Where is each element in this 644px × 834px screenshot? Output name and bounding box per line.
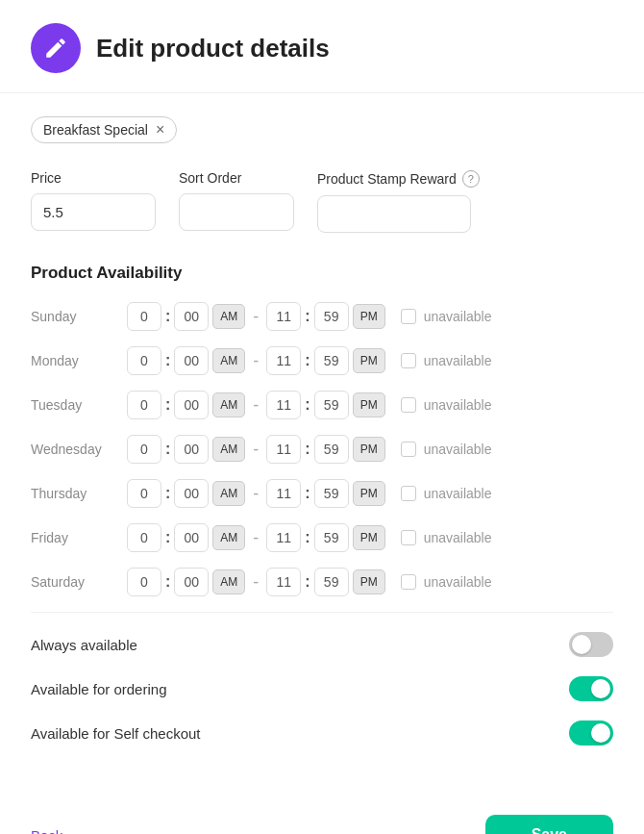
toggle-track-always-available [569,632,613,657]
start-am-button[interactable]: AM [212,481,245,506]
colon-separator: : [165,396,170,414]
start-minute-input[interactable] [174,302,209,331]
end-minute-input[interactable] [314,391,349,419]
unavailable-block: unavailable [401,530,492,545]
start-hour-input[interactable] [127,391,161,419]
toggle-track-available-self-checkout [569,720,613,746]
time-range-separator: - [253,528,259,548]
start-minute-input[interactable] [174,391,209,419]
day-name-tuesday: Tuesday [31,397,127,413]
unavailable-checkbox[interactable] [401,397,416,413]
toggle-track-available-ordering [569,676,613,701]
start-am-button[interactable]: AM [212,392,245,417]
unavailable-checkbox[interactable] [401,353,416,368]
start-hour-input[interactable] [127,568,161,596]
start-am-button[interactable]: AM [212,525,245,550]
start-time-block-monday: : AM [127,346,245,375]
start-hour-input[interactable] [127,479,161,508]
start-minute-input[interactable] [174,435,209,464]
end-hour-input[interactable] [266,523,301,552]
unavailable-checkbox[interactable] [401,574,416,590]
start-minute-input[interactable] [174,479,209,508]
fields-row: Price Sort Order Product Stamp Reward ? [31,170,613,233]
stamp-reward-help-icon[interactable]: ? [462,170,480,188]
unavailable-checkbox[interactable] [401,530,416,545]
colon-separator: : [305,308,310,325]
colon-separator: : [305,352,310,369]
unavailable-label: unavailable [424,530,492,545]
toggle-label-available-ordering: Available for ordering [31,681,166,697]
unavailable-checkbox[interactable] [401,442,416,457]
end-time-block-saturday: : PM [266,568,384,596]
end-pm-button[interactable]: PM [353,304,385,329]
price-input[interactable] [31,193,156,231]
page-title: Edit product details [96,34,330,63]
start-minute-input[interactable] [174,568,209,596]
stamp-reward-input[interactable] [317,195,471,233]
product-tag: Breakfast Special × [31,116,177,143]
save-button[interactable]: Save [485,815,613,834]
end-time-block-friday: : PM [266,523,384,552]
colon-separator: : [165,485,170,502]
end-pm-button[interactable]: PM [353,525,385,550]
end-hour-input[interactable] [266,479,301,508]
end-hour-input[interactable] [266,346,301,375]
price-label: Price [31,170,156,186]
toggle-switch-available-ordering[interactable] [569,676,613,701]
start-am-button[interactable]: AM [212,348,245,373]
end-minute-input[interactable] [314,346,349,375]
tag-close-button[interactable]: × [156,122,164,138]
end-pm-button[interactable]: PM [353,437,385,462]
end-hour-input[interactable] [266,391,301,419]
end-time-block-wednesday: : PM [266,435,384,464]
start-am-button[interactable]: AM [212,304,245,329]
price-field-group: Price [31,170,156,231]
back-button[interactable]: Back [31,818,62,835]
day-row: Friday : AM - : PM unavailable [31,523,613,552]
start-minute-input[interactable] [174,346,209,375]
end-pm-button[interactable]: PM [353,348,385,373]
start-am-button[interactable]: AM [212,437,245,462]
footer: Back Save [0,796,644,834]
sort-order-input[interactable] [179,193,294,231]
start-hour-input[interactable] [127,435,161,464]
toggle-switch-always-available[interactable] [569,632,613,657]
unavailable-label: unavailable [424,486,492,501]
start-time-block-sunday: : AM [127,302,245,331]
unavailable-label: unavailable [424,397,492,413]
end-minute-input[interactable] [314,302,349,331]
end-pm-button[interactable]: PM [353,481,385,506]
end-minute-input[interactable] [314,523,349,552]
end-minute-input[interactable] [314,568,349,596]
start-am-button[interactable]: AM [212,569,245,594]
end-hour-input[interactable] [266,302,301,331]
end-pm-button[interactable]: PM [353,569,385,594]
unavailable-checkbox[interactable] [401,309,416,324]
unavailable-checkbox[interactable] [401,486,416,501]
toggle-thumb-always-available [572,635,591,654]
end-minute-input[interactable] [314,479,349,508]
colon-separator: : [305,441,310,458]
content-area: Breakfast Special × Price Sort Order Pro… [0,93,644,788]
end-hour-input[interactable] [266,435,301,464]
end-minute-input[interactable] [314,435,349,464]
toggle-row-available-ordering: Available for ordering [31,676,613,701]
end-time-block-tuesday: : PM [266,391,384,419]
toggle-switch-available-self-checkout[interactable] [569,720,613,746]
sort-order-label: Sort Order [179,170,294,186]
start-hour-input[interactable] [127,523,161,552]
colon-separator: : [305,396,310,414]
day-name-thursday: Thursday [31,486,127,501]
colon-separator: : [165,352,170,369]
end-hour-input[interactable] [266,568,301,596]
time-range-separator: - [253,572,259,593]
start-minute-input[interactable] [174,523,209,552]
time-range-separator: - [253,307,259,327]
end-pm-button[interactable]: PM [353,392,385,417]
start-hour-input[interactable] [127,346,161,375]
start-time-block-wednesday: : AM [127,435,245,464]
unavailable-label: unavailable [424,353,492,368]
unavailable-label: unavailable [424,442,492,457]
time-range-separator: - [253,395,259,416]
start-hour-input[interactable] [127,302,161,331]
